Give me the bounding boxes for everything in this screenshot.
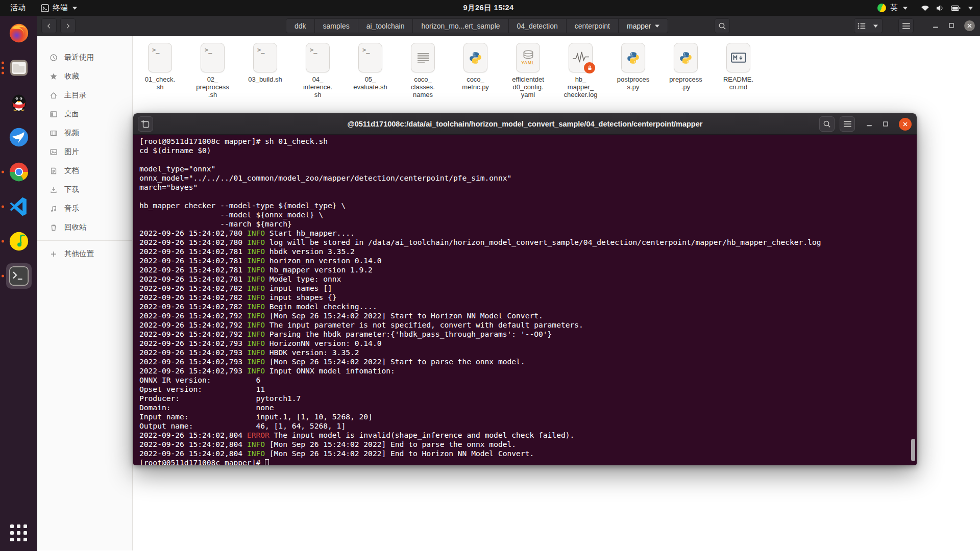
vscode-icon bbox=[6, 194, 32, 219]
plus-icon bbox=[49, 250, 58, 258]
sidebar-item-desktop[interactable]: 桌面 bbox=[37, 105, 132, 123]
text-file-icon bbox=[411, 43, 435, 72]
terminal-menu-button[interactable] bbox=[840, 116, 855, 132]
sidebar-item-music[interactable]: 音乐 bbox=[37, 199, 132, 218]
app-menu[interactable]: 终端 bbox=[41, 3, 77, 13]
forward-button[interactable] bbox=[60, 18, 76, 33]
dock-item-dingtalk[interactable] bbox=[0, 120, 37, 155]
view-options-button[interactable] bbox=[869, 18, 883, 33]
sidebar-item-plus[interactable]: 其他位置 bbox=[37, 244, 132, 263]
sidebar-item-label: 文档 bbox=[64, 166, 79, 176]
python-icon bbox=[469, 51, 482, 65]
terminal-scrollbar[interactable] bbox=[911, 439, 915, 461]
file-label: 01_check.sh bbox=[145, 76, 175, 91]
activities-button[interactable]: 活动 bbox=[10, 3, 26, 13]
sidebar-item-home[interactable]: 主目录 bbox=[37, 86, 132, 105]
app-menu-label: 终端 bbox=[53, 3, 68, 13]
file-label: coco_metric.py bbox=[462, 76, 489, 91]
dock-item-terminal[interactable] bbox=[0, 259, 37, 293]
chevron-down-icon bbox=[903, 7, 908, 10]
view-list-button[interactable] bbox=[854, 18, 869, 33]
breadcrumb-centerpoint[interactable]: centerpoint bbox=[567, 19, 619, 33]
terminal-line: Domain: none bbox=[139, 403, 917, 412]
video-icon bbox=[49, 129, 58, 137]
breadcrumb-label: samples bbox=[323, 22, 350, 30]
terminal-minimize-button[interactable] bbox=[866, 121, 872, 127]
terminal-icon bbox=[6, 263, 32, 289]
breadcrumb-04_detection[interactable]: 04_detection bbox=[509, 19, 567, 33]
sidebar-item-video[interactable]: 视频 bbox=[37, 123, 132, 142]
terminal-headerbar: @0511d171008c:/data/ai_toolchain/horizon… bbox=[133, 113, 917, 135]
show-applications-button[interactable] bbox=[0, 519, 37, 546]
clock[interactable]: 9月26日 15∶24 bbox=[463, 0, 513, 16]
search-button[interactable] bbox=[715, 18, 730, 33]
file-postprocess.py[interactable]: postprocess.py bbox=[607, 42, 659, 91]
system-tray[interactable] bbox=[921, 5, 973, 12]
input-method-label: 英 bbox=[890, 3, 898, 13]
terminal-maximize-button[interactable] bbox=[883, 121, 889, 127]
terminal-line: Input name: input.1, [1, 10, 5268, 20] bbox=[139, 412, 917, 421]
file-01_check.sh[interactable]: >_01_check.sh bbox=[134, 42, 186, 91]
file-03_build.sh[interactable]: >_03_build.sh bbox=[239, 42, 291, 83]
back-button[interactable] bbox=[41, 18, 57, 33]
sidebar-item-document[interactable]: 文档 bbox=[37, 161, 132, 180]
shell-file-icon: >_ bbox=[201, 43, 225, 72]
terminal-line: --march ${march} bbox=[139, 219, 917, 229]
breadcrumb-samples[interactable]: samples bbox=[315, 19, 358, 33]
file-coco_metric.py[interactable]: coco_metric.py bbox=[449, 42, 502, 91]
sidebar-item-image[interactable]: 图片 bbox=[37, 142, 132, 161]
battery-icon bbox=[951, 5, 961, 11]
minimize-button[interactable] bbox=[933, 22, 939, 29]
dock-item-vscode[interactable] bbox=[0, 189, 37, 224]
terminal-line: Output name: 46, [1, 64, 5268, 1] bbox=[139, 421, 917, 431]
terminal-search-button[interactable] bbox=[819, 116, 835, 132]
breadcrumb-horizon_mo...ert_sample[interactable]: horizon_mo...ert_sample bbox=[413, 19, 508, 33]
terminal-line: 2022-09-26 15:24:02,782 INFO Begin model… bbox=[139, 302, 917, 311]
sidebar-item-clock[interactable]: 最近使用 bbox=[37, 48, 132, 67]
breadcrumb-mapper[interactable]: mapper bbox=[619, 19, 668, 33]
sidebar-item-label: 收藏 bbox=[64, 71, 79, 81]
file-README.cn.md[interactable]: README.cn.md bbox=[712, 42, 765, 91]
wifi-icon bbox=[921, 5, 929, 11]
file-coco_classes.names[interactable]: coco_classes.names bbox=[397, 42, 449, 98]
dock-item-chrome[interactable] bbox=[0, 155, 37, 189]
terminal-output[interactable]: [root@0511d171008c mapper]# sh 01_check.… bbox=[133, 135, 917, 465]
shell-prompt-glyph: >_ bbox=[149, 43, 159, 54]
terminal-line: 2022-09-26 15:24:02,792 INFO Parsing the… bbox=[139, 330, 917, 339]
terminal-line: cd $(dirname $0) bbox=[139, 146, 917, 155]
terminal-line: model_type="onnx" bbox=[139, 164, 917, 173]
breadcrumb-label: ddk bbox=[295, 22, 306, 30]
sidebar-item-star[interactable]: 收藏 bbox=[37, 67, 132, 86]
breadcrumb-ddk[interactable]: ddk bbox=[286, 19, 315, 33]
breadcrumb-ai_toolchain[interactable]: ai_toolchain bbox=[358, 19, 413, 33]
terminal-line: 2022-09-26 15:24:02,781 INFO hb_mapper v… bbox=[139, 265, 917, 274]
home-icon bbox=[49, 91, 58, 99]
file-04_inference.sh[interactable]: >_04_inference.sh bbox=[291, 42, 344, 98]
terminal-close-button[interactable] bbox=[899, 118, 912, 131]
file-hb_mapper_checker.log[interactable]: hb_mapper_checker.log bbox=[554, 42, 607, 98]
dock-item-firefox[interactable] bbox=[0, 16, 37, 51]
file-02_preprocess.sh[interactable]: >_02_preprocess.sh bbox=[186, 42, 239, 98]
input-method-indicator[interactable]: 英 bbox=[877, 3, 908, 13]
star-icon bbox=[49, 72, 58, 81]
shell-file-icon: >_ bbox=[306, 43, 330, 72]
dock-item-files[interactable] bbox=[0, 51, 37, 85]
file-manager-headerbar: ddksamplesai_toolchainhorizon_mo...ert_s… bbox=[37, 16, 980, 36]
sidebar-item-label: 视频 bbox=[64, 128, 79, 138]
file-preprocess.py[interactable]: preprocess.py bbox=[659, 42, 712, 91]
file-05_evaluate.sh[interactable]: >_05_evaluate.sh bbox=[344, 42, 397, 91]
restore-button[interactable] bbox=[948, 22, 954, 29]
terminal-line: onnx_model="../../../01_common/model_zoo… bbox=[139, 173, 917, 183]
sidebar-item-trash[interactable]: 回收站 bbox=[37, 218, 132, 237]
shell-prompt-glyph: >_ bbox=[201, 43, 212, 54]
file-efficientdetd0_config.yaml[interactable]: YAMLefficientdetd0_config.yaml bbox=[502, 42, 554, 98]
sidebar-item-download[interactable]: 下载 bbox=[37, 180, 132, 199]
breadcrumb-label: horizon_mo...ert_sample bbox=[421, 22, 500, 30]
close-button[interactable] bbox=[964, 20, 975, 31]
terminal-window: @0511d171008c:/data/ai_toolchain/horizon… bbox=[133, 113, 917, 465]
dock-item-qq[interactable] bbox=[0, 85, 37, 120]
dock-item-qqmusic[interactable] bbox=[0, 224, 37, 259]
database-icon bbox=[522, 50, 535, 59]
window-menu-button[interactable] bbox=[898, 18, 914, 33]
terminal-app-icon bbox=[41, 4, 49, 12]
